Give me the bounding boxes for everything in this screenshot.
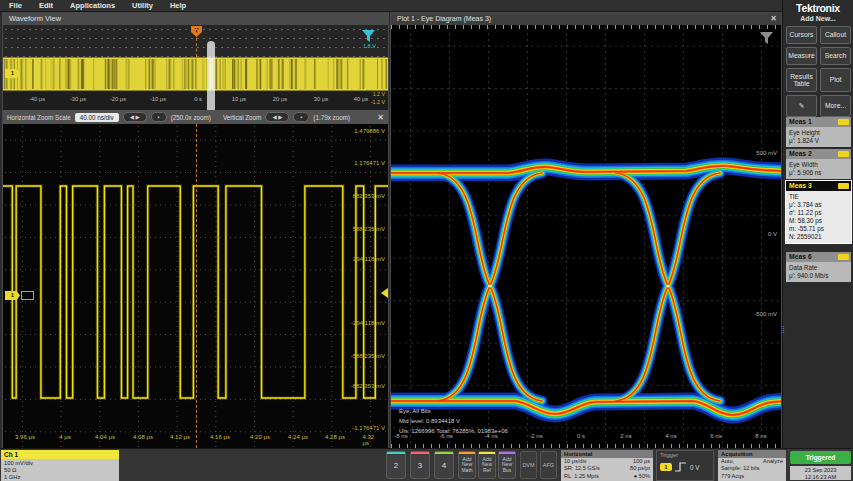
meas-card-2[interactable]: Meas 2Eye Widthμ': 5.906 ns — [786, 149, 851, 179]
eye-v-label: -500 mV — [754, 311, 777, 317]
eye-t-label: 8 ns — [755, 433, 766, 439]
add-new-math-button[interactable]: Add New Math — [458, 451, 476, 479]
meas-line: m: -55.71 ps — [789, 225, 848, 233]
zoom-v-label: 294.118 mV — [353, 256, 385, 262]
meas-card-header: Meas 6 — [786, 252, 851, 262]
add-results-table-button[interactable]: Results Table — [786, 68, 817, 92]
oscilloscope-app: FileEditApplicationsUtilityHelp Waveform… — [0, 0, 853, 481]
h-zoom-reset-button[interactable]: ▪ — [151, 112, 167, 122]
panel-cell-right: Analyze — [763, 458, 783, 465]
sidebar-button-grid: CursorsCalloutMeasureSearchResults Table… — [786, 26, 851, 117]
add-plot-button[interactable]: Plot — [820, 68, 851, 92]
add-more-button[interactable]: More... — [820, 95, 851, 117]
eye-t-label: 2 ns — [620, 433, 631, 439]
meas-line: σ': 11.22 ps — [789, 209, 848, 217]
trigger-panel[interactable]: Trigger 1 0 V — [656, 450, 714, 481]
add-measure-button[interactable]: Measure — [786, 47, 817, 65]
eye-t-label: 6 ns — [710, 433, 721, 439]
record-waveform-band-trace — [3, 58, 388, 90]
channel1-handle-box[interactable] — [21, 291, 34, 300]
trigger-level: 0 V — [690, 464, 699, 471]
menu-bar: FileEditApplicationsUtilityHelp — [0, 0, 782, 12]
add-search-button[interactable]: Search — [820, 47, 851, 65]
menu-item-file[interactable]: File — [9, 1, 22, 10]
meas-card-1[interactable]: Meas 1Eye Heightμ': 1.824 V — [786, 117, 851, 147]
acquisition-panel-title: Acquisition — [718, 450, 786, 458]
zoom-v-label: 882.353 mV — [353, 193, 385, 199]
eye-diagram-heatmap — [391, 25, 781, 449]
add-cursors-button[interactable]: Cursors — [786, 26, 817, 44]
channel2-button[interactable]: 2 — [386, 451, 406, 479]
menu-item-edit[interactable]: Edit — [39, 1, 53, 10]
meas-card-body: Data Rateμ': 940.0 Mb/s — [786, 262, 851, 282]
overview-time-label: -30 μs — [70, 96, 86, 102]
overview-time-label: -40 μs — [29, 96, 45, 102]
channel1-name: Ch 1 — [1, 450, 119, 459]
panel-row: 779 Acqs — [721, 473, 783, 480]
meas-line: M: 58.30 ps — [789, 217, 848, 225]
meas-card-3[interactable]: Meas 3TIEμ': 3.784 asσ': 11.22 psM: 58.3… — [786, 181, 851, 243]
zoom-window-slider[interactable] — [207, 41, 215, 113]
v-zoom-reset-button[interactable]: ▪ — [293, 112, 309, 122]
panel-row: 10 μs/div100 μs — [564, 458, 650, 465]
clipping-funnel-icon[interactable] — [361, 29, 376, 43]
trigger-panel-title: Trigger — [657, 451, 713, 459]
channel1-badge[interactable]: Ch 1 100 mV/div50 Ω1 GHz — [1, 450, 119, 481]
acquisition-panel[interactable]: Acquisition Auto,AnalyzeSample: 12 bits7… — [718, 450, 786, 481]
panel-cell-right: ● 50% — [634, 473, 650, 480]
record-overview[interactable]: T 1.8 V — [3, 25, 388, 57]
run-status-button[interactable]: Triggered — [790, 451, 851, 464]
add-new-ref-button[interactable]: Add New Ref — [478, 451, 496, 479]
afg-button[interactable]: AFG — [540, 451, 557, 479]
eye-diagram-plot[interactable]: 500 mV0 V-500 mV-8 ns-6 ns-4 ns-2 ns0 s2… — [391, 25, 781, 449]
eye-t-label: 0 s — [577, 433, 585, 439]
overview-time-label: 10 μs — [232, 96, 246, 102]
zoom-t-label: 3.96 μs — [15, 434, 35, 440]
sidebar-drag-handle[interactable]: ⁞ — [782, 328, 785, 332]
v-zoom-arrow-buttons[interactable]: ◀ ▶ — [265, 112, 289, 122]
menu-item-applications[interactable]: Applications — [70, 1, 115, 10]
channel1-setting-line: 50 Ω — [4, 467, 116, 474]
add-new-label: Add New... — [783, 15, 853, 22]
trigger-dashed-line — [196, 27, 197, 57]
channel4-color-stripe — [435, 452, 453, 454]
eye-annotation: UIs: 1266996 Total: 76285%, 01983e+06 — [399, 428, 508, 434]
panel-cell-right: 80 ps/pt — [630, 465, 650, 472]
menu-item-help[interactable]: Help — [170, 1, 186, 10]
eye-t-label: 4 ns — [665, 433, 676, 439]
eye-annotation: Mid level: 0.8934418 V — [399, 418, 460, 424]
zoom-t-label: 4.28 μs — [325, 434, 345, 440]
zoom-bar-close-icon[interactable]: ✕ — [377, 113, 384, 122]
waveform-view-title: Waveform View — [3, 13, 388, 25]
meas-line: μ': 3.784 as — [789, 201, 848, 209]
channel3-button[interactable]: 3 — [410, 451, 430, 479]
channel1-setting-line: 100 mV/div — [4, 460, 116, 467]
zoomed-waveform-plot[interactable]: 1 1.479886 V1.176471 V882.353 mV588.235 … — [3, 124, 388, 448]
h-zoom-arrow-buttons[interactable]: ◀ ▶ — [123, 112, 147, 122]
eye-funnel-icon[interactable] — [759, 31, 774, 45]
meas-line: μ': 1.824 V — [789, 137, 848, 145]
overview-time-label: 20 μs — [273, 96, 287, 102]
dvm-button[interactable]: DVM — [520, 451, 537, 479]
zoom-v-label: 588.235 mV — [353, 226, 385, 232]
channel4-button[interactable]: 4 — [434, 451, 454, 479]
add-new-stripe — [459, 452, 475, 454]
eye-close-icon[interactable]: ✕ — [770, 13, 777, 25]
channel3-color-stripe — [411, 452, 429, 454]
draw-icon-button[interactable]: ✎ — [786, 95, 817, 117]
record-waveform-band[interactable]: 1 — [3, 57, 388, 91]
meas-source-badge — [838, 254, 849, 260]
add-new-bus-button[interactable]: Add New Bus — [498, 451, 516, 479]
add-callout-button[interactable]: Callout — [820, 26, 851, 44]
h-zoom-scale-value[interactable]: 40.00 ns/div — [75, 113, 119, 122]
menu-item-utility[interactable]: Utility — [132, 1, 153, 10]
meas-card-body: Eye Widthμ': 5.906 ns — [786, 159, 851, 179]
meas-card-4[interactable]: Meas 6Data Rateμ': 940.0 Mb/s — [786, 252, 851, 282]
horizontal-panel[interactable]: Horizontal 10 μs/div100 μsSR: 12.5 GS/s8… — [561, 450, 653, 481]
meas-source-badge — [838, 151, 849, 157]
meas-source-badge — [838, 183, 849, 189]
meas-line: Eye Width — [789, 161, 848, 169]
bottom-bar: Ch 1 100 mV/div50 Ω1 GHz Horizontal 10 μ… — [0, 448, 853, 481]
zoom-v-label: 1.479886 V — [354, 128, 385, 134]
zoom-t-label: 4.04 μs — [95, 434, 115, 440]
